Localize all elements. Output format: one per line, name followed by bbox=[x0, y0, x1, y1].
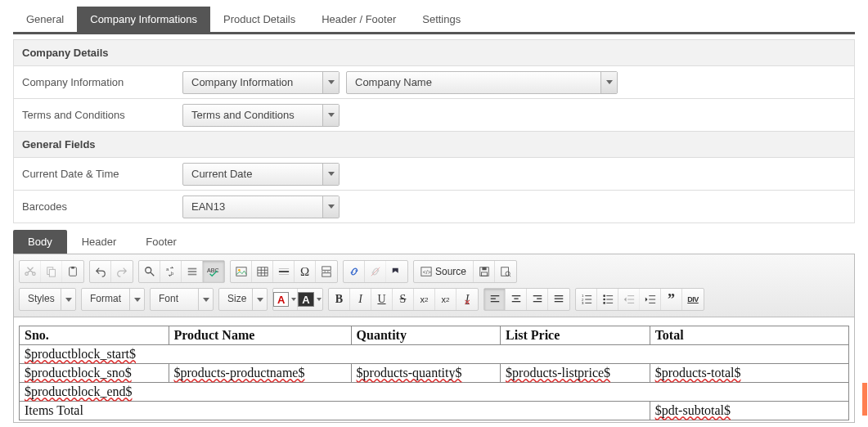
svg-rect-29 bbox=[482, 267, 486, 271]
redo-button[interactable] bbox=[111, 261, 133, 282]
select-company-name[interactable]: Company Name bbox=[346, 71, 618, 94]
tab-header-footer[interactable]: Header / Footer bbox=[308, 7, 409, 32]
align-left-button[interactable] bbox=[484, 289, 506, 310]
save-button[interactable] bbox=[474, 261, 495, 282]
svg-rect-30 bbox=[481, 272, 487, 276]
svg-point-4 bbox=[145, 267, 151, 273]
link-button[interactable] bbox=[344, 261, 365, 282]
paste-button[interactable] bbox=[62, 261, 83, 282]
select-barcodes[interactable]: EAN13 bbox=[182, 196, 340, 218]
horizontal-line-button[interactable] bbox=[273, 261, 295, 282]
cell-block-end: $productblock_end$ bbox=[25, 384, 133, 398]
font-combo[interactable]: Font bbox=[150, 288, 214, 311]
align-justify-button[interactable] bbox=[548, 289, 569, 310]
table-button[interactable] bbox=[252, 261, 273, 282]
tab-general[interactable]: General bbox=[13, 7, 77, 32]
editor-toolbar: ab ABC Ω </> Source bbox=[14, 254, 854, 317]
page-break-button[interactable] bbox=[316, 261, 337, 282]
copy-button[interactable] bbox=[41, 261, 62, 282]
subtab-footer[interactable]: Footer bbox=[131, 230, 191, 254]
svg-rect-23 bbox=[322, 273, 331, 276]
source-button[interactable]: </> Source bbox=[414, 261, 474, 282]
format-combo-label: Format bbox=[82, 289, 129, 310]
indent-button[interactable] bbox=[640, 289, 661, 310]
align-center-button[interactable] bbox=[506, 289, 527, 310]
svg-rect-3 bbox=[71, 267, 74, 269]
size-combo-label: Size bbox=[219, 289, 252, 310]
unlink-button[interactable] bbox=[365, 261, 386, 282]
svg-point-54 bbox=[603, 302, 605, 304]
bullet-list-button[interactable] bbox=[597, 289, 618, 310]
chevron-down-icon bbox=[290, 298, 297, 301]
text-color-icon: A bbox=[273, 292, 289, 307]
tab-product-details[interactable]: Product Details bbox=[210, 7, 308, 32]
svg-text:a: a bbox=[165, 266, 169, 272]
section-company-details: Company Details bbox=[13, 39, 855, 66]
select-company-information[interactable]: Company Information bbox=[182, 71, 340, 94]
svg-line-5 bbox=[150, 272, 153, 276]
chevron-down-icon bbox=[322, 164, 339, 185]
col-list-price: List Price bbox=[501, 326, 650, 345]
special-char-button[interactable]: Ω bbox=[295, 261, 316, 282]
strike-button[interactable]: S bbox=[393, 289, 414, 310]
svg-point-13 bbox=[238, 269, 241, 272]
table-row: $productblock_end$ bbox=[20, 383, 849, 402]
subtab-header[interactable]: Header bbox=[67, 230, 132, 254]
preview-button[interactable] bbox=[495, 261, 516, 282]
table-row: Items Total $pdt-subtotal$ bbox=[20, 402, 849, 420]
select-all-button[interactable] bbox=[182, 261, 203, 282]
size-combo[interactable]: Size bbox=[218, 288, 268, 311]
scroll-indicator bbox=[862, 383, 867, 416]
col-product-name: Product Name bbox=[169, 326, 351, 345]
chevron-down-icon bbox=[322, 105, 339, 126]
editor-content-area[interactable]: Sno. Product Name Quantity List Price To… bbox=[14, 317, 854, 422]
outdent-button[interactable] bbox=[618, 289, 640, 310]
chevron-down-icon bbox=[315, 298, 322, 301]
select-current-date[interactable]: Current Date bbox=[182, 163, 340, 186]
tab-settings[interactable]: Settings bbox=[409, 7, 474, 32]
spellcheck-button[interactable]: ABC bbox=[203, 261, 224, 282]
cell-quantity: $products-quantity$ bbox=[357, 366, 462, 380]
subscript-button[interactable]: x2 bbox=[414, 289, 435, 310]
col-sno: Sno. bbox=[20, 326, 169, 345]
row-company-information: Company Information Company Information … bbox=[13, 66, 855, 99]
svg-line-33 bbox=[509, 275, 510, 276]
replace-button[interactable]: ab bbox=[160, 261, 182, 282]
find-button[interactable] bbox=[139, 261, 160, 282]
undo-button[interactable] bbox=[90, 261, 111, 282]
select-company-name-value: Company Name bbox=[347, 72, 600, 93]
format-combo[interactable]: Format bbox=[81, 288, 145, 311]
svg-text:</>: </> bbox=[423, 269, 431, 275]
chevron-down-icon bbox=[198, 289, 213, 310]
underline-button[interactable]: U bbox=[371, 289, 393, 310]
table-row: $productblock_sno$ $products-productname… bbox=[20, 364, 849, 383]
font-combo-label: Font bbox=[151, 289, 198, 310]
cell-sno: $productblock_sno$ bbox=[25, 366, 132, 380]
numbered-list-button[interactable]: 123 bbox=[576, 289, 597, 310]
svg-rect-9 bbox=[187, 271, 196, 272]
text-color-button[interactable]: A bbox=[273, 289, 298, 310]
align-right-button[interactable] bbox=[527, 289, 548, 310]
chevron-down-icon bbox=[322, 196, 339, 218]
cut-button[interactable] bbox=[20, 261, 41, 282]
bg-color-button[interactable]: A bbox=[298, 289, 322, 310]
styles-combo[interactable]: Styles bbox=[19, 288, 76, 311]
styles-combo-label: Styles bbox=[20, 289, 61, 310]
source-icon: </> bbox=[421, 266, 432, 277]
tab-company-informations[interactable]: Company Informations bbox=[77, 7, 210, 32]
blockquote-button[interactable]: ” bbox=[661, 289, 682, 310]
div-container-button[interactable]: DIV bbox=[682, 289, 704, 310]
select-terms-conditions[interactable]: Terms and Conditions bbox=[182, 104, 340, 127]
superscript-button[interactable]: x2 bbox=[435, 289, 456, 310]
svg-point-53 bbox=[603, 299, 605, 301]
chevron-down-icon bbox=[252, 289, 267, 310]
anchor-button[interactable] bbox=[386, 261, 407, 282]
subtab-body[interactable]: Body bbox=[13, 230, 67, 254]
product-template-table: Sno. Product Name Quantity List Price To… bbox=[19, 326, 849, 420]
remove-format-button[interactable]: I✕ bbox=[456, 289, 478, 310]
bold-button[interactable]: B bbox=[329, 289, 350, 310]
image-button[interactable] bbox=[231, 261, 252, 282]
italic-button[interactable]: I bbox=[350, 289, 371, 310]
svg-rect-10 bbox=[187, 274, 196, 276]
source-label: Source bbox=[435, 266, 466, 277]
